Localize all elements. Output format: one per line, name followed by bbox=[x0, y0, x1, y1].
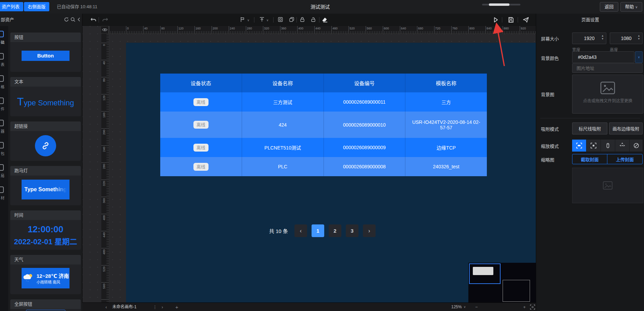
zoom-slider[interactable] bbox=[482, 4, 520, 5]
redo-icon[interactable] bbox=[102, 16, 109, 23]
thumbnail-label: 缩略图 bbox=[541, 156, 554, 163]
pagination-next-button[interactable]: › bbox=[363, 224, 376, 237]
preview-play-icon[interactable] bbox=[492, 16, 499, 23]
snap-mode-label: 吸附模式 bbox=[541, 126, 559, 132]
component-card-fullscreen[interactable]: 全屏按钮 bbox=[10, 299, 81, 311]
button-component-preview[interactable]: Button bbox=[22, 51, 70, 61]
vertical-ruler[interactable]: 0408012016020024028032036040044048052056… bbox=[101, 34, 109, 302]
component-card-hyperlink[interactable]: 超链接 bbox=[10, 121, 81, 161]
fullscreen-component-preview[interactable] bbox=[26, 310, 65, 311]
bg-color-input[interactable] bbox=[572, 51, 634, 63]
zoom-in-button[interactable]: + bbox=[523, 303, 526, 311]
bring-to-top-icon[interactable] bbox=[259, 16, 266, 23]
category-icon bbox=[0, 53, 4, 60]
capture-cover-button[interactable]: 截取封面 bbox=[572, 154, 607, 164]
zoom-mode-fit-width-icon[interactable] bbox=[586, 140, 601, 152]
zoom-mode-portrait-icon[interactable] bbox=[601, 140, 615, 152]
chevron-left-icon[interactable]: ‹ bbox=[105, 303, 107, 311]
lock-icon[interactable] bbox=[299, 16, 306, 23]
help-dropdown[interactable]: 帮助 ∨ bbox=[620, 2, 642, 12]
ruler-tick-label: 720 bbox=[435, 27, 440, 30]
pagination-pages: 123 bbox=[312, 224, 358, 237]
hyperlink-component-preview[interactable] bbox=[35, 135, 56, 156]
zoom-mode-pan-icon[interactable] bbox=[615, 140, 629, 152]
pagination-prev-button[interactable]: ‹ bbox=[294, 224, 307, 237]
tab-menu-icon[interactable]: ⋮ bbox=[153, 303, 157, 311]
rail-category-础[interactable]: 础 bbox=[0, 31, 8, 45]
zoom-mode-disabled-icon[interactable] bbox=[630, 140, 643, 152]
chevron-down-icon[interactable]: ∨ bbox=[247, 18, 250, 22]
unlock-icon[interactable] bbox=[310, 16, 317, 23]
group-icon[interactable] bbox=[277, 16, 284, 23]
snap-ruler-button[interactable]: 标尺线吸附 bbox=[572, 122, 607, 134]
bg-image-url-input[interactable] bbox=[572, 63, 643, 73]
component-card-weather[interactable]: 天气 12~28℃ 济南 小雨转晴 南风 bbox=[10, 255, 81, 294]
category-icon bbox=[0, 120, 4, 126]
table-row[interactable]: 离线三方测试0000026089000011三方 bbox=[160, 92, 487, 112]
table-row[interactable]: 离线4240000026089000010USR-IO424TV2-2020-0… bbox=[160, 112, 487, 138]
marquee-component-preview[interactable]: Type Something bbox=[22, 180, 70, 199]
tab-asset-list[interactable]: 资产列表 bbox=[0, 2, 23, 11]
save-icon[interactable] bbox=[507, 16, 514, 23]
refresh-icon[interactable] bbox=[64, 17, 70, 23]
component-card-title: 天气 bbox=[10, 255, 81, 264]
toggle-guides-eye-icon[interactable] bbox=[101, 26, 109, 34]
chevron-down-icon[interactable]: ∨ bbox=[266, 18, 269, 22]
component-card-text[interactable]: 文本 Type Something bbox=[10, 77, 81, 116]
component-card-marquee[interactable]: 跑马灯 Type Something bbox=[10, 166, 81, 205]
pagination-page-2[interactable]: 2 bbox=[329, 224, 341, 237]
rail-category-件[interactable]: 件 bbox=[0, 98, 8, 112]
rail-category-器[interactable]: 器 bbox=[0, 120, 8, 134]
minimap-viewport[interactable] bbox=[469, 263, 501, 284]
tab-right-panel[interactable]: 右侧面版 bbox=[24, 2, 49, 11]
table-row[interactable]: 离线PLCNET510测试0000026089000009边缘TCP bbox=[160, 138, 487, 157]
time-component-clock[interactable]: 12:00:00 bbox=[28, 224, 63, 235]
color-picker-dropdown[interactable]: ∨ bbox=[635, 51, 643, 63]
collapse-panel-icon[interactable] bbox=[77, 17, 83, 23]
component-card-button[interactable]: 按钮 Button bbox=[10, 33, 81, 72]
search-icon[interactable] bbox=[70, 17, 76, 23]
chevron-right-icon[interactable]: › bbox=[162, 303, 163, 311]
pagination-page-3[interactable]: 3 bbox=[346, 224, 358, 237]
copy-icon[interactable] bbox=[289, 16, 295, 23]
canvas-tab[interactable]: 未命名画布-1 bbox=[112, 303, 137, 311]
category-icon bbox=[0, 98, 4, 104]
align-flag-icon[interactable] bbox=[240, 16, 247, 23]
bg-image-dropzone[interactable]: 点击或拖拽文件到这里更换 bbox=[572, 75, 643, 114]
zoom-out-button[interactable]: − bbox=[475, 303, 478, 311]
ruler-tick-label: 200 bbox=[102, 130, 106, 135]
rail-category-材[interactable]: 材 bbox=[0, 186, 8, 200]
table-cell: 0000026089000010 bbox=[324, 112, 406, 138]
snap-canvas-edge-button[interactable]: 画布边缘吸附 bbox=[609, 122, 643, 134]
upload-cover-button[interactable]: 上传封面 bbox=[607, 154, 643, 164]
height-stepper[interactable]: ▲▼ bbox=[637, 35, 643, 40]
ruler-tick-label: 80 bbox=[102, 78, 106, 82]
device-table-widget[interactable]: 设备状态设备名称设备编号模板名称 离线三方测试0000026089000011三… bbox=[160, 74, 487, 176]
zoom-mode-fit-screen-icon[interactable] bbox=[572, 140, 586, 152]
table-cell: 424 bbox=[242, 112, 324, 138]
chevron-down-icon[interactable]: ∨ bbox=[464, 303, 466, 311]
rail-category-局[interactable]: 局 bbox=[0, 164, 8, 178]
back-button[interactable]: 返回 bbox=[600, 2, 618, 12]
fit-screen-icon[interactable] bbox=[530, 304, 535, 311]
undo-icon[interactable] bbox=[90, 16, 97, 23]
ruler-tick-label: 840 bbox=[487, 27, 492, 30]
rail-category-格[interactable]: 格 bbox=[0, 75, 8, 89]
screen-size-label: 屏幕大小 bbox=[541, 35, 559, 42]
add-canvas-button[interactable]: + bbox=[175, 303, 178, 311]
weather-component-preview[interactable]: 12~28℃ 济南 小雨转晴 南风 bbox=[22, 268, 70, 288]
zoom-level[interactable]: 125% bbox=[451, 303, 462, 311]
text-component-preview[interactable]: Type Something bbox=[17, 95, 74, 108]
minimap[interactable] bbox=[468, 263, 536, 302]
publish-icon[interactable] bbox=[522, 16, 529, 23]
rail-category-表[interactable]: 表 bbox=[0, 53, 8, 67]
eraser-icon[interactable] bbox=[322, 16, 329, 23]
ruler-tick-label: 160 bbox=[102, 113, 106, 118]
time-component-date[interactable]: 2022-02-01 星期二 bbox=[14, 235, 77, 246]
marquee-fade bbox=[54, 180, 70, 199]
component-card-time[interactable]: 时间 12:00:00 2022-02-01 星期二 bbox=[10, 210, 81, 250]
rail-category-包[interactable]: 包 bbox=[0, 142, 8, 156]
pagination-page-1[interactable]: 1 bbox=[312, 224, 324, 237]
table-row[interactable]: 离线PLC0000026089000008240326_test bbox=[160, 157, 487, 176]
horizontal-ruler[interactable]: 0408012016020024028032036040044048052056… bbox=[109, 26, 536, 34]
